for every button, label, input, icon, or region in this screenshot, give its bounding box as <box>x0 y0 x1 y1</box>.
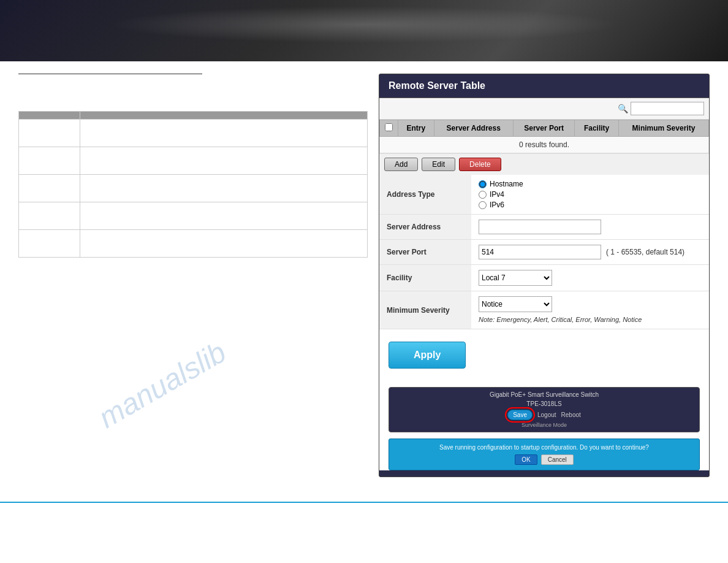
table-cell <box>80 120 367 147</box>
table-cell <box>19 202 80 230</box>
confirm-ok-button[interactable]: OK <box>515 454 537 465</box>
table-cell <box>19 175 80 202</box>
action-buttons-row: Add Edit Delete <box>379 153 709 175</box>
left-table-header-col2 <box>80 112 367 120</box>
delete-button[interactable]: Delete <box>459 158 501 171</box>
facility-header: Facility <box>575 120 619 137</box>
table-cell <box>80 202 367 230</box>
no-results-row: 0 results found. <box>380 137 709 153</box>
device-logout-button[interactable]: Logout <box>537 412 556 418</box>
severity-note: Note: Emergency, Alert, Critical, Error,… <box>479 316 642 323</box>
confirm-buttons: OK Cancel <box>396 454 692 465</box>
remote-server-panel: Remote Server Table 🔍 <box>379 74 710 477</box>
facility-value: Local 7 Local 0 Local 1 Local 2 Local 3 … <box>471 265 709 291</box>
table-row <box>19 175 368 202</box>
device-save-button[interactable]: Save <box>507 410 533 420</box>
radio-ipv6-input[interactable] <box>479 201 487 209</box>
data-table: Entry Server Address Server Port Facilit… <box>379 120 709 153</box>
server-address-label: Server Address <box>379 215 471 239</box>
server-address-header: Server Address <box>434 120 513 137</box>
device-mode: Surveillance Mode <box>395 422 693 428</box>
checkbox-header <box>380 120 398 137</box>
min-severity-label: Minimum Severity <box>379 291 471 329</box>
left-table <box>18 111 368 258</box>
no-results-text: 0 results found. <box>380 137 709 153</box>
address-type-value: Hostname IPv4 IPv6 <box>471 175 709 214</box>
footer-line <box>0 502 728 503</box>
radio-ipv4[interactable]: IPv4 <box>479 190 702 199</box>
device-screenshot: Gigabit PoE+ Smart Surveillance Switch T… <box>389 387 700 432</box>
add-button[interactable]: Add <box>384 158 418 171</box>
radio-ipv4-label: IPv4 <box>490 190 504 199</box>
left-table-header-col1 <box>19 112 80 120</box>
table-cell <box>80 230 367 258</box>
select-all-checkbox[interactable] <box>385 123 393 131</box>
facility-row: Facility Local 7 Local 0 Local 1 Local 2… <box>379 265 709 291</box>
apply-button[interactable]: Apply <box>389 342 466 369</box>
table-row <box>19 120 368 147</box>
table-row <box>19 147 368 175</box>
apply-section: Apply <box>379 329 709 381</box>
radio-hostname-label: Hostname <box>490 180 523 188</box>
header-banner <box>0 0 728 61</box>
panel-body: 🔍 Entry Server Address <box>379 98 709 470</box>
server-port-value: ( 1 - 65535, default 514) <box>471 240 709 264</box>
address-type-row: Address Type Hostname IPv4 <box>379 175 709 215</box>
table-cell <box>80 175 367 202</box>
device-title: Gigabit PoE+ Smart Surveillance Switch <box>395 391 693 398</box>
table-cell <box>80 147 367 175</box>
confirm-dialog: Save running configuration to startup co… <box>389 439 700 470</box>
min-severity-row: Minimum Severity Emergency Alert Critica… <box>379 291 709 329</box>
min-severity-header: Minimum Severity <box>618 120 708 137</box>
server-port-input[interactable] <box>479 245 601 259</box>
radio-hostname[interactable]: Hostname <box>479 180 702 188</box>
server-address-value <box>471 215 709 239</box>
panel-title: Remote Server Table <box>379 74 709 98</box>
table-row <box>19 230 368 258</box>
address-type-radio-group: Hostname IPv4 IPv6 <box>479 180 702 209</box>
search-input[interactable] <box>631 102 704 115</box>
search-row: 🔍 <box>379 98 709 120</box>
table-cell <box>19 147 80 175</box>
right-section: Remote Server Table 🔍 <box>379 74 710 477</box>
confirm-cancel-button[interactable]: Cancel <box>541 454 574 465</box>
table-cell <box>19 230 80 258</box>
server-port-label: Server Port <box>379 240 471 264</box>
form-section: Address Type Hostname IPv4 <box>379 175 709 329</box>
server-address-row: Server Address <box>379 215 709 240</box>
device-model: TPE-3018LS <box>395 400 693 407</box>
confirm-message: Save running configuration to startup co… <box>396 444 692 451</box>
server-port-row: Server Port ( 1 - 65535, default 514) <box>379 240 709 265</box>
min-severity-select[interactable]: Emergency Alert Critical Error Warning N… <box>479 296 552 312</box>
device-buttons: Save Logout Reboot <box>395 410 693 420</box>
server-port-header: Server Port <box>513 120 574 137</box>
facility-select[interactable]: Local 7 Local 0 Local 1 Local 2 Local 3 … <box>479 270 552 286</box>
server-address-input[interactable] <box>479 220 601 234</box>
table-row <box>19 202 368 230</box>
address-type-label: Address Type <box>379 175 471 214</box>
radio-ipv6[interactable]: IPv6 <box>479 201 702 209</box>
edit-button[interactable]: Edit <box>422 158 455 171</box>
table-cell <box>19 120 80 147</box>
title-underline <box>18 74 202 74</box>
search-icon: 🔍 <box>618 104 628 113</box>
radio-hostname-input[interactable] <box>479 180 487 188</box>
min-severity-value: Emergency Alert Critical Error Warning N… <box>471 291 709 329</box>
device-reboot-button[interactable]: Reboot <box>561 412 581 418</box>
facility-label: Facility <box>379 265 471 291</box>
radio-ipv6-label: IPv6 <box>490 201 504 209</box>
port-hint: ( 1 - 65535, default 514) <box>606 248 684 256</box>
left-section <box>18 74 366 477</box>
radio-ipv4-input[interactable] <box>479 191 487 199</box>
entry-header: Entry <box>398 120 434 137</box>
